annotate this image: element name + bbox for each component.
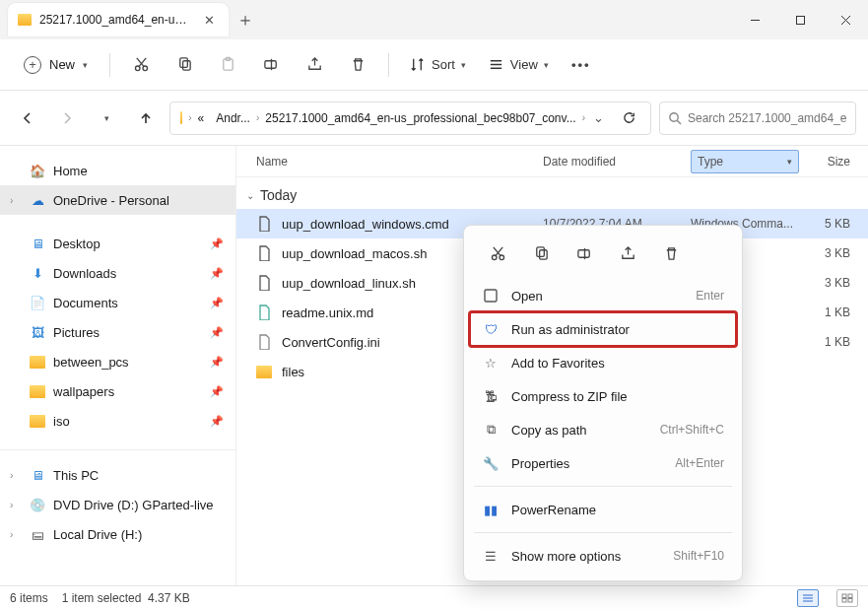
svg-rect-27: [485, 290, 497, 302]
new-button[interactable]: + New ▾: [14, 50, 98, 80]
svg-rect-34: [848, 598, 852, 602]
ctx-copy-path[interactable]: ⧉ Copy as path Ctrl+Shift+C: [470, 413, 736, 446]
ctx-run-as-admin[interactable]: 🛡 Run as administrator: [470, 312, 736, 346]
forward-button: [51, 102, 83, 134]
group-header[interactable]: ⌄ Today: [236, 177, 868, 209]
ctx-delete-button[interactable]: [653, 237, 689, 269]
tab-title: 25217.1000_amd64_en-us_pro: [39, 13, 192, 27]
ctx-show-more[interactable]: ☰ Show more options Shift+F10: [470, 539, 736, 573]
copy-icon: [176, 56, 193, 73]
group-label: Today: [260, 187, 297, 203]
rename-icon: [263, 56, 280, 73]
sidebar-item-label: Pictures: [53, 325, 100, 340]
powerrename-icon: ▮▮: [482, 501, 500, 518]
ctx-rename-button[interactable]: [567, 237, 602, 269]
ctx-copy-button[interactable]: [523, 237, 559, 269]
file-name: readme.unix.md: [282, 305, 373, 320]
cut-button[interactable]: [122, 46, 160, 84]
folder-icon: [180, 111, 182, 124]
ctx-properties[interactable]: 🔧 Properties Alt+Enter: [470, 446, 736, 480]
breadcrumb-segment[interactable]: «: [192, 107, 211, 129]
breadcrumb-segment[interactable]: Andr...: [210, 107, 256, 129]
ctx-label: Add to Favorites: [511, 356, 724, 371]
copy-button[interactable]: [166, 46, 203, 84]
maximize-button[interactable]: [777, 0, 823, 39]
sidebar-item-dvd[interactable]: › 💿 DVD Drive (D:) GParted-live: [0, 490, 235, 519]
sidebar-item-documents[interactable]: 📄 Documents 📌: [0, 288, 235, 317]
new-tab-button[interactable]: ＋: [229, 8, 262, 32]
recent-button[interactable]: ▾: [91, 102, 122, 134]
more-icon: ☰: [482, 547, 500, 565]
column-header-size[interactable]: Size: [809, 155, 868, 169]
sort-label: Sort: [432, 57, 455, 72]
ctx-share-button[interactable]: [610, 237, 645, 269]
share-button[interactable]: [296, 46, 333, 84]
details-view-button[interactable]: [797, 589, 819, 607]
up-button[interactable]: [130, 102, 162, 134]
sidebar-item-thispc[interactable]: › 🖥 This PC: [0, 460, 235, 490]
column-header-name[interactable]: Name: [256, 155, 543, 169]
window-tab[interactable]: 25217.1000_amd64_en-us_pro ✕: [8, 3, 229, 36]
sidebar-item-onedrive[interactable]: › ☁ OneDrive - Personal: [0, 185, 235, 215]
folder-icon: [30, 385, 45, 398]
chevron-right-icon[interactable]: ›: [10, 500, 13, 510]
ctx-cut-button[interactable]: [480, 237, 515, 269]
file-size: 3 KB: [809, 276, 868, 290]
file-icon: [256, 216, 272, 232]
close-button[interactable]: [823, 0, 868, 39]
ctx-shortcut: Shift+F10: [673, 549, 724, 563]
delete-button[interactable]: [339, 46, 376, 84]
chevron-right-icon[interactable]: ›: [10, 470, 13, 481]
ctx-open[interactable]: Open Enter: [470, 279, 736, 312]
download-icon: ⬇: [30, 265, 45, 281]
sidebar-item-desktop[interactable]: 🖥 Desktop 📌: [0, 229, 235, 258]
type-sort-indicator[interactable]: Type ▾: [691, 150, 799, 173]
column-header-date[interactable]: Date modified: [543, 155, 691, 169]
rename-button[interactable]: [252, 46, 290, 84]
ctx-add-favorites[interactable]: ☆ Add to Favorites: [470, 346, 736, 379]
more-button[interactable]: •••: [563, 46, 600, 84]
shield-icon: 🛡: [482, 320, 500, 338]
address-bar[interactable]: › « Andr... › 25217.1000_amd64_en-us_pro…: [169, 102, 651, 135]
view-menu[interactable]: View ▾: [480, 50, 557, 79]
refresh-button[interactable]: [612, 106, 646, 129]
back-button[interactable]: [12, 102, 43, 134]
ctx-powerrename[interactable]: ▮▮ PowerRename: [470, 493, 736, 526]
sidebar-item-label: Home: [53, 164, 88, 178]
search-box[interactable]: [659, 102, 856, 135]
file-name: files: [282, 365, 304, 379]
navigation-pane[interactable]: 🏠 Home › ☁ OneDrive - Personal 🖥 Desktop…: [0, 146, 236, 585]
sidebar-item-local-drive[interactable]: › 🖴 Local Drive (H:): [0, 519, 235, 549]
sidebar-item-folder[interactable]: iso 📌: [0, 406, 235, 436]
trash-icon: [350, 56, 367, 73]
sidebar-item-label: Desktop: [53, 237, 100, 251]
ctx-compress-zip[interactable]: 🗜 Compress to ZIP file: [470, 379, 736, 413]
address-dropdown[interactable]: ⌄: [585, 106, 612, 129]
sidebar-item-folder[interactable]: wallpapers 📌: [0, 376, 235, 406]
sidebar-item-pictures[interactable]: 🖼 Pictures 📌: [0, 317, 235, 347]
sidebar-item-label: OneDrive - Personal: [53, 193, 169, 208]
minimize-button[interactable]: [732, 0, 777, 39]
search-input[interactable]: [688, 111, 847, 125]
disc-icon: 💿: [30, 497, 45, 512]
scissors-icon: [133, 56, 150, 73]
desktop-icon: 🖥: [30, 236, 45, 251]
breadcrumb-segment[interactable]: 25217.1000_amd64_en-us_professional_bec9…: [259, 107, 581, 129]
sidebar-item-folder[interactable]: between_pcs 📌: [0, 347, 235, 376]
svg-rect-33: [842, 598, 846, 602]
chevron-right-icon[interactable]: ›: [10, 529, 13, 540]
file-name: uup_download_windows.cmd: [282, 217, 449, 232]
chevron-right-icon[interactable]: ›: [10, 195, 13, 206]
ctx-shortcut: Enter: [696, 289, 724, 303]
pin-icon: 📌: [210, 326, 224, 339]
chevron-down-icon: ▾: [104, 113, 109, 123]
tab-close-button[interactable]: ✕: [200, 11, 219, 30]
sort-menu[interactable]: Sort ▾: [401, 50, 474, 79]
sidebar-item-home[interactable]: 🏠 Home: [0, 156, 235, 185]
pin-icon: 📌: [210, 385, 224, 398]
svg-point-4: [135, 66, 140, 71]
sidebar-item-downloads[interactable]: ⬇ Downloads 📌: [0, 258, 235, 288]
thumbnails-view-button[interactable]: [836, 589, 858, 607]
file-size: 3 KB: [809, 246, 868, 260]
column-header-type[interactable]: Type ▾: [691, 150, 809, 173]
